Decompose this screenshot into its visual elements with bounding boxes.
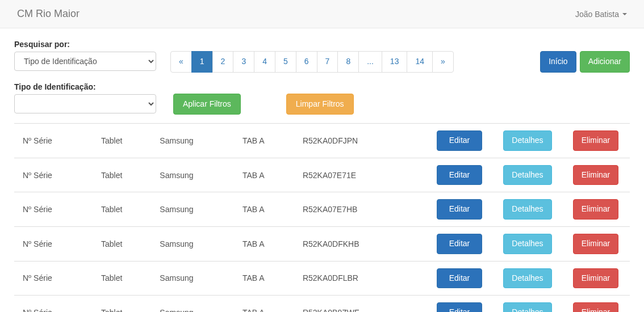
- cell-col1: Nº Série: [14, 192, 97, 227]
- cell-col1: Nº Série: [14, 296, 97, 312]
- cell-col4: TAB A: [238, 124, 298, 158]
- cell-col4: TAB A: [238, 261, 298, 296]
- cell-col4: TAB A: [238, 158, 298, 192]
- page-prev[interactable]: «: [170, 51, 192, 73]
- top-row: Pesquisar por: Tipo de Identificação «12…: [14, 40, 630, 73]
- table-row: Nº SérieTabletSamsungTAB AR52KA0DFJPNEdi…: [14, 124, 630, 158]
- edit-button[interactable]: Editar: [437, 234, 482, 254]
- cell-col4: TAB A: [238, 192, 298, 227]
- delete-button[interactable]: Eliminar: [573, 302, 619, 312]
- type-select[interactable]: [14, 94, 156, 113]
- page-3[interactable]: 3: [233, 51, 254, 73]
- top-action-buttons: Início Adicionar: [540, 51, 630, 73]
- data-table: Nº SérieTabletSamsungTAB AR52KA0DFJPNEdi…: [14, 123, 630, 312]
- table-row: Nº SérieTabletSamsungTAB AR52KA0B9ZWFEdi…: [14, 296, 630, 312]
- cell-col3: Samsung: [155, 226, 238, 261]
- cell-col1: Nº Série: [14, 226, 97, 261]
- cell-col1: Nº Série: [14, 124, 97, 158]
- details-button[interactable]: Detalhes: [503, 234, 551, 254]
- page-6[interactable]: 6: [296, 51, 317, 73]
- cell-col2: Tablet: [97, 124, 155, 158]
- cell-col5: R52KA0B9ZWF: [298, 296, 425, 312]
- cell-col3: Samsung: [155, 261, 238, 296]
- cell-col3: Samsung: [155, 192, 238, 227]
- cell-col5: R52KA07E7HB: [298, 192, 425, 227]
- page-4[interactable]: 4: [254, 51, 275, 73]
- delete-button[interactable]: Eliminar: [573, 199, 619, 220]
- type-label: Tipo de Identificação:: [14, 82, 156, 91]
- cell-col2: Tablet: [97, 261, 155, 296]
- details-button[interactable]: Detalhes: [503, 199, 551, 220]
- delete-button[interactable]: Eliminar: [573, 165, 619, 185]
- home-button[interactable]: Início: [540, 51, 576, 73]
- cell-col3: Samsung: [155, 124, 238, 158]
- table-row: Nº SérieTabletSamsungTAB AR52KA07E71EEdi…: [14, 158, 630, 192]
- details-button[interactable]: Detalhes: [503, 130, 551, 151]
- details-button[interactable]: Detalhes: [503, 302, 551, 312]
- delete-button[interactable]: Eliminar: [573, 234, 619, 254]
- page-14[interactable]: 14: [407, 51, 433, 73]
- page-13[interactable]: 13: [382, 51, 408, 73]
- filter-action-buttons: Aplicar Filtros Limpar Filtros: [173, 81, 354, 115]
- delete-button[interactable]: Eliminar: [573, 130, 619, 151]
- cell-col2: Tablet: [97, 158, 155, 192]
- navbar-brand[interactable]: CM Rio Maior: [9, 0, 88, 28]
- main-container: Pesquisar por: Tipo de Identificação «12…: [0, 28, 644, 312]
- second-filter-row: Tipo de Identificação: Aplicar Filtros L…: [14, 81, 630, 115]
- add-button[interactable]: Adicionar: [580, 51, 630, 73]
- edit-button[interactable]: Editar: [437, 199, 482, 220]
- edit-button[interactable]: Editar: [437, 165, 482, 185]
- apply-filters-button[interactable]: Aplicar Filtros: [173, 94, 241, 115]
- table-row: Nº SérieTabletSamsungTAB AR52KA07E7HBEdi…: [14, 192, 630, 227]
- cell-col5: R52KA07E71E: [298, 158, 425, 192]
- cell-col1: Nº Série: [14, 158, 97, 192]
- page-8[interactable]: 8: [337, 51, 359, 73]
- cell-col5: R52KA0DFLBR: [298, 261, 425, 296]
- edit-button[interactable]: Editar: [437, 268, 482, 289]
- search-by-label: Pesquisar por:: [14, 40, 156, 49]
- search-filter-group: Pesquisar por: Tipo de Identificação: [14, 40, 156, 71]
- page-1[interactable]: 1: [191, 51, 213, 73]
- cell-col4: TAB A: [238, 226, 298, 261]
- cell-col3: Samsung: [155, 296, 238, 312]
- navbar-user-dropdown[interactable]: João Batista: [567, 1, 635, 27]
- page-...: ...: [358, 51, 382, 73]
- cell-col2: Tablet: [97, 192, 155, 227]
- cell-col4: TAB A: [238, 296, 298, 312]
- navbar-user-name: João Batista: [575, 10, 619, 19]
- caret-down-icon: [622, 13, 627, 15]
- cell-col1: Nº Série: [14, 261, 97, 296]
- edit-button[interactable]: Editar: [437, 130, 482, 151]
- page-next[interactable]: »: [432, 51, 454, 73]
- search-by-select[interactable]: Tipo de Identificação: [14, 52, 156, 71]
- filter-section: Pesquisar por: Tipo de Identificação «12…: [14, 40, 454, 73]
- details-button[interactable]: Detalhes: [503, 165, 551, 185]
- details-button[interactable]: Detalhes: [503, 268, 551, 289]
- cell-col3: Samsung: [155, 158, 238, 192]
- cell-col5: R52KA0DFJPN: [298, 124, 425, 158]
- pagination: «12345678...1314»: [170, 51, 454, 73]
- cell-col2: Tablet: [97, 226, 155, 261]
- edit-button[interactable]: Editar: [437, 302, 482, 312]
- cell-col5: R52KA0DFKHB: [298, 226, 425, 261]
- delete-button[interactable]: Eliminar: [573, 268, 619, 289]
- table-row: Nº SérieTabletSamsungTAB AR52KA0DFKHBEdi…: [14, 226, 630, 261]
- clear-filters-button[interactable]: Limpar Filtros: [286, 94, 354, 115]
- cell-col2: Tablet: [97, 296, 155, 312]
- page-5[interactable]: 5: [275, 51, 296, 73]
- page-2[interactable]: 2: [212, 51, 234, 73]
- type-filter-group: Tipo de Identificação:: [14, 82, 156, 113]
- navbar: CM Rio Maior João Batista: [0, 0, 644, 28]
- table-row: Nº SérieTabletSamsungTAB AR52KA0DFLBREdi…: [14, 261, 630, 296]
- page-7[interactable]: 7: [317, 51, 338, 73]
